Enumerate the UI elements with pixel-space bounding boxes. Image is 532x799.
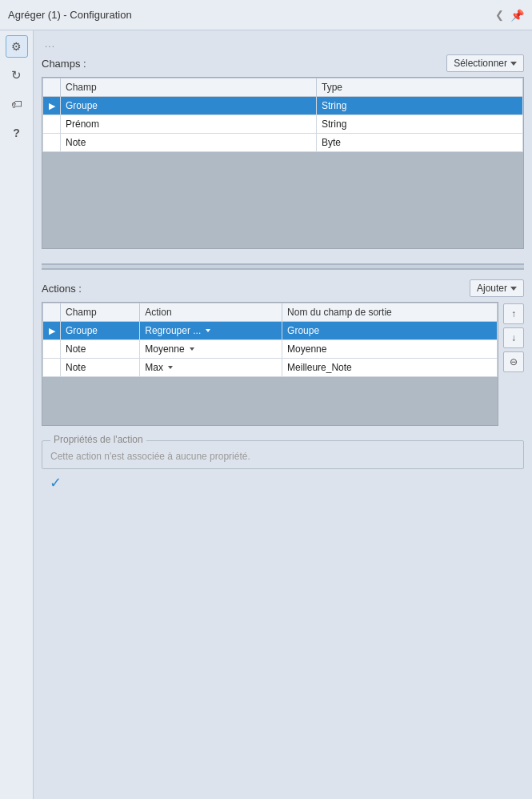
action-action-cell[interactable]: Max [140, 359, 282, 377]
type-cell: Byte [317, 134, 523, 152]
action-dropdown-arrow [206, 329, 210, 332]
action-select-wrapper: Max [145, 362, 277, 373]
col-champ-header: Champ [61, 78, 317, 97]
champs-header: Champs : Sélectionner [42, 54, 524, 72]
action-champ-cell: Groupe [61, 322, 140, 340]
champ-cell: Groupe [61, 97, 317, 115]
row-indicator-cell [43, 134, 61, 152]
action-select-wrapper: Regrouper ... [145, 325, 277, 336]
title-bar-icons: ❮ 📌 [495, 9, 524, 22]
row-indicator-cell [43, 115, 61, 134]
ajouter-button[interactable]: Ajouter [470, 279, 524, 297]
action-sortie-cell: Groupe [282, 322, 498, 340]
champs-label: Champs : [42, 58, 86, 70]
title-bar: Agréger (1) - Configuration ❮ 📌 [0, 0, 532, 30]
action-text: Max [145, 362, 163, 373]
champs-table: Champ Type ▶GroupeStringPrénomStringNote… [42, 78, 523, 152]
tag-icon: 🏷 [11, 98, 22, 110]
actions-table-row[interactable]: NoteMaxMeilleure_Note [43, 359, 498, 377]
up-arrow-icon: ↑ [511, 308, 516, 319]
action-sortie-cell: Moyenne [282, 340, 498, 359]
pin-icon[interactable]: 📌 [510, 9, 524, 22]
action-dropdown-arrow [190, 347, 194, 351]
champ-cell: Note [61, 134, 317, 152]
actions-header: Actions : Ajouter [42, 279, 524, 297]
action-action-cell[interactable]: Regrouper ... [140, 322, 282, 340]
sidebar-icon-tag[interactable]: 🏷 [6, 93, 28, 115]
help-icon: ? [13, 126, 20, 139]
chevron-icon[interactable]: ❮ [495, 9, 504, 21]
champs-table-row[interactable]: NoteByte [43, 134, 523, 152]
action-dropdown-arrow [168, 366, 173, 369]
action-champ-cell: Note [61, 359, 140, 377]
row-indicator-cell: ▶ [43, 97, 61, 115]
action-sortie-cell: Meilleure_Note [282, 359, 498, 377]
action-action-cell[interactable]: Moyenne [140, 340, 282, 359]
action-col-sortie: Nom du champ de sortie [282, 303, 498, 322]
action-col-champ: Champ [61, 303, 140, 322]
action-col-indicator [43, 303, 61, 322]
section-separator [42, 263, 524, 270]
properties-legend: Propriétés de l'action [50, 434, 146, 445]
actions-table-container: Champ Action Nom du champ de sortie ▶Gro… [42, 302, 498, 426]
sidebar-icon-refresh[interactable]: ↻ [6, 64, 28, 86]
action-text: Regrouper ... [145, 325, 201, 336]
actions-label: Actions : [42, 283, 82, 295]
refresh-icon: ↻ [11, 68, 22, 82]
gear-icon: ⚙ [11, 40, 22, 53]
sidebar-icon-gear[interactable]: ⚙ [6, 35, 28, 58]
actions-table-row[interactable]: NoteMoyenneMoyenne [43, 340, 498, 359]
actions-table: Champ Action Nom du champ de sortie ▶Gro… [42, 303, 498, 377]
content-area: ... Champs : Sélectionner Champ [34, 30, 532, 799]
type-cell: String [317, 97, 523, 115]
remove-icon: ⊖ [510, 356, 518, 367]
champs-table-row[interactable]: PrénomString [43, 115, 523, 134]
col-indicator [43, 78, 61, 97]
check-icon[interactable]: ✓ [50, 474, 62, 492]
down-arrow-icon: ↓ [511, 332, 516, 343]
properties-text: Cette action n'est associée à aucune pro… [50, 448, 515, 462]
bottom-bar: ✓ [42, 469, 524, 496]
champs-table-inner: Champ Type ▶GroupeStringPrénomStringNote… [42, 78, 523, 248]
selectionner-button[interactable]: Sélectionner [446, 54, 524, 72]
action-col-action: Action [140, 303, 282, 322]
sidebar: ⚙ ↻ 🏷 ? [0, 30, 34, 799]
move-down-button[interactable]: ↓ [503, 327, 524, 348]
row-arrow-indicator: ▶ [49, 101, 55, 110]
actions-table-row[interactable]: ▶GroupeRegrouper ...Groupe [43, 322, 498, 340]
actions-table-inner: Champ Action Nom du champ de sortie ▶Gro… [42, 303, 498, 425]
sidebar-icon-help[interactable]: ? [6, 122, 28, 144]
action-row-indicator-cell: ▶ [43, 322, 61, 340]
dots-menu[interactable]: ... [42, 37, 524, 51]
ajouter-dropdown-arrow [510, 287, 517, 291]
action-select-wrapper: Moyenne [145, 343, 277, 355]
actions-table-header-row: Champ Action Nom du champ de sortie [43, 303, 498, 322]
action-text: Moyenne [145, 343, 184, 355]
main-layout: ⚙ ↻ 🏷 ? ... Champs : Sélectionner [0, 30, 532, 799]
window-title: Agréger (1) - Configuration [8, 9, 132, 21]
action-champ-cell: Note [61, 340, 140, 359]
action-row-indicator-cell [43, 359, 61, 377]
action-row-indicator-cell [43, 340, 61, 359]
remove-button[interactable]: ⊖ [503, 351, 524, 372]
right-buttons: ↑ ↓ ⊖ [498, 303, 524, 372]
actions-section: Actions : Ajouter Champ [42, 279, 524, 426]
champ-cell: Prénom [61, 115, 317, 134]
champs-section: Champs : Sélectionner Champ Type [42, 54, 524, 249]
type-cell: String [317, 115, 523, 134]
col-type-header: Type [317, 78, 523, 97]
selectionner-dropdown-arrow [510, 62, 517, 66]
properties-box: Propriétés de l'action Cette action n'es… [42, 440, 524, 469]
champs-table-row[interactable]: ▶GroupeString [43, 97, 523, 115]
champs-table-header-row: Champ Type [43, 78, 523, 97]
action-row-arrow-indicator: ▶ [49, 326, 55, 335]
champs-table-container: Champ Type ▶GroupeStringPrénomStringNote… [42, 77, 524, 249]
move-up-button[interactable]: ↑ [503, 303, 524, 324]
actions-row: Champ Action Nom du champ de sortie ▶Gro… [42, 302, 524, 426]
